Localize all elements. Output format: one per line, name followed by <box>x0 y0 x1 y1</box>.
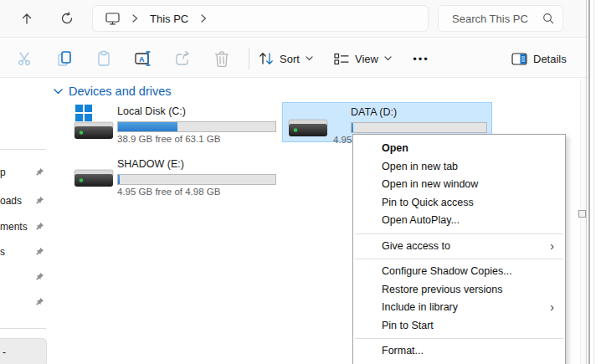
drive-name: DATA (D:) <box>351 106 397 118</box>
chevron-right-icon[interactable] <box>200 14 207 23</box>
copy-icon <box>56 50 73 67</box>
scrollbar-track[interactable] <box>580 79 586 364</box>
sidebar-item-downloads[interactable]: oads <box>0 188 48 213</box>
window-border <box>588 0 590 364</box>
pin-icon[interactable] <box>34 297 44 307</box>
menu-item-open[interactable]: Open <box>353 140 565 158</box>
share-button[interactable] <box>168 44 197 73</box>
view-button[interactable]: View <box>329 44 397 73</box>
sidebar-item-label: p <box>0 167 6 178</box>
submenu-arrow-icon: › <box>550 299 554 317</box>
windows-logo-icon <box>75 105 92 121</box>
ellipsis-icon: ••• <box>413 53 429 65</box>
menu-item-pin-to-start[interactable]: Pin to Start <box>353 317 565 336</box>
drive-free-space: 4.95 GB free of 4.98 GB <box>117 187 220 197</box>
toolbar-separator <box>249 48 249 69</box>
sidebar-item-documents[interactable]: ments <box>0 214 48 239</box>
refresh-button[interactable] <box>54 6 80 31</box>
command-bar: A Sort View <box>0 38 589 78</box>
delete-button[interactable] <box>208 44 236 73</box>
cut-icon <box>17 50 33 67</box>
details-button[interactable]: Details <box>506 44 572 73</box>
search-box[interactable]: Search This PC <box>438 5 563 32</box>
group-title: Devices and drives <box>69 85 172 98</box>
sidebar-item-music[interactable] <box>0 264 48 290</box>
details-label: Details <box>533 53 567 65</box>
drive-icon <box>288 105 330 141</box>
chevron-down-icon[interactable] <box>54 89 63 95</box>
sidebar-item-this-pc-selected[interactable]: - <box>0 338 47 364</box>
drive-icon <box>74 156 116 193</box>
sidebar-item-label: - <box>3 346 6 358</box>
menu-item-include-in-library[interactable]: Include in library › <box>353 299 565 317</box>
window-border <box>586 0 587 364</box>
drive-usage-bar <box>117 174 276 185</box>
sort-icon <box>259 52 274 65</box>
sidebar-separator <box>0 149 46 150</box>
sidebar-item-label: s <box>0 246 5 258</box>
sidebar-item-desktop[interactable]: p <box>0 160 48 185</box>
share-icon <box>174 50 191 67</box>
menu-separator <box>355 259 563 259</box>
trash-icon <box>214 50 229 67</box>
rename-button[interactable]: A <box>129 44 157 73</box>
up-button[interactable] <box>14 6 39 31</box>
group-header-devices-and-drives[interactable]: Devices and drives <box>54 85 172 98</box>
context-menu: Open Open in new tab Open in new window … <box>352 134 566 364</box>
sort-label: Sort <box>280 53 300 65</box>
menu-item-give-access-to[interactable]: Give access to › <box>353 238 565 256</box>
pin-icon[interactable] <box>34 247 44 257</box>
search-icon <box>542 13 554 24</box>
sidebar-item-label: oads <box>0 195 22 207</box>
rename-icon: A <box>134 50 152 67</box>
sidebar-item-videos[interactable] <box>0 290 48 315</box>
paste-button[interactable] <box>90 44 118 73</box>
sidebar-separator <box>0 328 46 329</box>
search-placeholder: Search This PC <box>452 13 528 25</box>
up-arrow-icon <box>20 12 33 25</box>
this-pc-icon <box>105 13 120 25</box>
breadcrumb-item-this-pc[interactable]: This PC <box>150 13 188 25</box>
scrollbar-thumb[interactable] <box>578 210 586 218</box>
chevron-right-icon <box>131 14 138 23</box>
svg-text:A: A <box>139 55 145 64</box>
outside-window-area <box>590 0 601 364</box>
view-label: View <box>355 53 378 65</box>
drive-icon-with-windows-logo <box>74 104 116 141</box>
menu-item-open-autoplay[interactable]: Open AutoPlay... <box>353 212 565 230</box>
sort-button[interactable]: Sort <box>254 44 318 73</box>
drive-usage-bar <box>351 122 487 133</box>
pin-icon[interactable] <box>34 196 44 206</box>
submenu-arrow-icon: › <box>550 238 554 256</box>
navigation-bar: This PC Search This PC <box>0 0 589 38</box>
drive-name: Local Disk (C:) <box>117 105 186 117</box>
menu-item-open-in-new-window[interactable]: Open in new window <box>353 176 565 194</box>
menu-item-pin-to-quick-access[interactable]: Pin to Quick access <box>353 194 565 213</box>
menu-separator <box>355 233 563 234</box>
drive-usage-bar <box>117 121 276 132</box>
drive-tile-local-disk-c[interactable]: Local Disk (C:) 38.9 GB free of 63.1 GB <box>71 102 281 142</box>
see-more-button[interactable]: ••• <box>404 44 438 73</box>
menu-item-open-in-new-tab[interactable]: Open in new tab <box>353 158 565 177</box>
drive-tile-shadow-e[interactable]: SHADOW (E:) 4.95 GB free of 4.98 GB <box>71 155 281 195</box>
pin-icon[interactable] <box>34 167 44 177</box>
drive-name: SHADOW (E:) <box>117 158 184 170</box>
menu-item-format[interactable]: Format... <box>353 342 565 361</box>
window-border-shadow <box>593 0 594 364</box>
details-pane-icon <box>511 53 527 65</box>
menu-separator <box>355 338 563 339</box>
breadcrumb[interactable]: This PC <box>92 5 429 32</box>
chevron-down-icon <box>384 56 392 61</box>
paste-icon <box>95 50 112 67</box>
view-icon <box>334 53 349 65</box>
pin-icon[interactable] <box>34 272 44 282</box>
refresh-icon <box>60 12 74 25</box>
sidebar-item-label: ments <box>0 221 28 233</box>
sidebar-item-pictures[interactable]: s <box>0 239 48 264</box>
cut-button[interactable] <box>11 44 39 73</box>
pin-icon[interactable] <box>34 222 44 232</box>
chevron-down-icon <box>306 56 313 61</box>
copy-button[interactable] <box>50 44 79 73</box>
menu-item-configure-shadow-copies[interactable]: Configure Shadow Copies... <box>353 263 565 281</box>
menu-item-restore-previous-versions[interactable]: Restore previous versions <box>353 281 565 300</box>
